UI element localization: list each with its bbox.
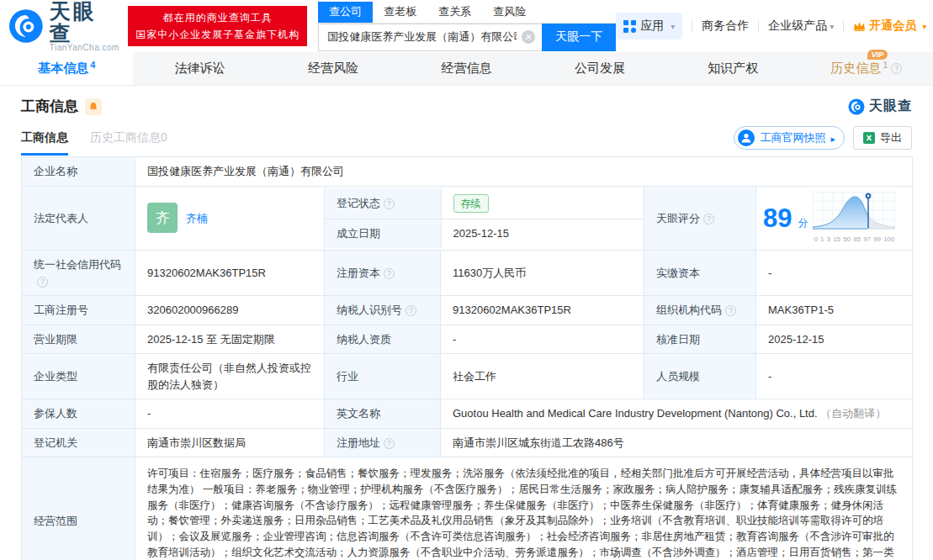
divider xyxy=(758,20,759,32)
reg-address-label: 注册地址 xyxy=(325,428,441,457)
export-label: 导出 xyxy=(880,130,902,145)
vip-badge: VIP xyxy=(867,50,888,60)
logo-domain: TianYanCha.com xyxy=(50,44,119,53)
business-info-table: 企业名称 国投健康医养产业发展（南通）有限公司 法定代表人 齐 齐楠 登记状态 … xyxy=(21,156,913,560)
approval-date-value: 2025-12-15 xyxy=(756,325,913,354)
taxpayer-quality-value: - xyxy=(441,325,644,354)
table-row: 登记机关 南通市崇川区数据局 注册地址 南通市崇川区城东街道工农路486号 xyxy=(22,428,913,457)
search-tab-boss[interactable]: 查老板 xyxy=(373,2,427,23)
vip-upgrade-link[interactable]: 开通会员 xyxy=(853,18,926,34)
help-icon[interactable] xyxy=(891,63,902,74)
snapshot-person-icon xyxy=(738,129,755,146)
help-icon[interactable] xyxy=(406,305,416,316)
watermark-logo: 天眼查 xyxy=(848,98,912,115)
search-tab-relation[interactable]: 查关系 xyxy=(427,2,482,23)
legal-rep-cell: 齐 齐楠 xyxy=(135,186,325,251)
search-tab-risk[interactable]: 查风险 xyxy=(482,2,537,23)
tab-history-info[interactable]: 历史信息 VIP 1 xyxy=(800,52,933,85)
subtab-history-business-info[interactable]: 历史工商信息0 xyxy=(90,130,167,156)
search-area: 查公司 查老板 查关系 查风险 天眼一下 xyxy=(318,2,616,51)
tianyancha-logo-icon xyxy=(848,98,865,115)
search-button[interactable]: 天眼一下 xyxy=(542,24,616,51)
help-icon[interactable] xyxy=(384,268,395,279)
score-chart-tick: 1 xyxy=(820,235,824,245)
reg-number-label: 工商注册号 xyxy=(22,296,135,325)
score-value: 89 xyxy=(763,205,792,231)
company-nav-tabs: 基本信息 4 法律诉讼 经营风险 经营信息 公司发展 知识产权 历史信息 VIP… xyxy=(0,52,933,86)
reg-authority-label: 登记机关 xyxy=(22,428,135,457)
tab-label: 经营信息 xyxy=(441,61,491,77)
reg-authority-value: 南通市崇川区数据局 xyxy=(135,428,325,457)
business-term-value: 2025-12-15 至 无固定期限 xyxy=(135,325,325,354)
logo-title: 天眼查 xyxy=(50,0,119,44)
help-icon[interactable] xyxy=(703,214,714,225)
table-row: 法定代表人 齐 齐楠 登记状态 存续 成立日期 2025-12-1 xyxy=(22,186,913,251)
alarm-bell-icon xyxy=(88,102,98,112)
credit-code-label: 统一社会信用代码 xyxy=(22,251,135,296)
tab-basic-info[interactable]: 基本信息 4 xyxy=(0,52,133,85)
table-row: 工商注册号 320602000966289 纳税人识别号 91320602MAK… xyxy=(22,296,913,325)
score-chart-ticks: 0131550859799100 xyxy=(813,235,895,245)
help-icon[interactable] xyxy=(384,438,395,449)
tianyancha-logo[interactable]: 天眼查 TianYanCha.com xyxy=(8,0,119,53)
credit-code-value: 91320602MAK36TP15R xyxy=(135,251,325,296)
vip-label: 开通会员 xyxy=(869,18,916,34)
legal-rep-avatar: 齐 xyxy=(147,203,178,233)
tab-label: 法律诉讼 xyxy=(175,61,225,77)
help-icon[interactable] xyxy=(37,277,48,288)
tab-operating-info[interactable]: 经营信息 xyxy=(400,52,533,85)
tab-legal-litigation[interactable]: 法律诉讼 xyxy=(133,52,266,85)
clear-icon[interactable] xyxy=(522,30,535,44)
score-chart-tick: 97 xyxy=(863,235,871,245)
table-row: 营业期限 2025-12-15 至 无固定期限 纳税人资质 - 核准日期 202… xyxy=(22,325,913,354)
legal-rep-link[interactable]: 齐楠 xyxy=(186,210,208,227)
taxpayer-id-value: 91320602MAK36TP15R xyxy=(441,296,644,325)
monitor-bell-chip[interactable] xyxy=(85,98,102,115)
reg-status-value: 存续 xyxy=(441,188,644,219)
tianyancha-logo-icon xyxy=(8,8,44,44)
divider xyxy=(843,20,844,32)
official-snapshot-button[interactable]: 工商官网快照 xyxy=(734,126,845,150)
export-button[interactable]: 导出 xyxy=(853,126,912,150)
slogan-line2: 国家中小企业发展子基金旗下机构 xyxy=(135,26,300,43)
org-code-label: 组织机构代码 xyxy=(644,296,756,325)
cooperation-link[interactable]: 商务合作 xyxy=(702,18,749,34)
search-tab-company[interactable]: 查公司 xyxy=(318,2,373,23)
tab-label: 公司发展 xyxy=(575,61,625,77)
insured-count-value: - xyxy=(135,399,325,429)
tab-count: 4 xyxy=(90,60,95,70)
paid-capital-label: 实缴资本 xyxy=(644,251,756,296)
reg-address-value: 南通市崇川区城东街道工农路486号 xyxy=(441,428,913,457)
table-row: 参保人数 - 英文名称 Guotou Health and Medical Ca… xyxy=(22,399,913,429)
slogan-line1: 都在用的商业查询工具 xyxy=(135,9,300,26)
tab-intellectual-property[interactable]: 知识产权 xyxy=(666,52,799,85)
search-input[interactable] xyxy=(318,24,542,51)
company-name-value: 国投健康医养产业发展（南通）有限公司 xyxy=(135,157,913,187)
subtab-business-info[interactable]: 工商信息 xyxy=(21,130,68,156)
staff-size-value: - xyxy=(756,354,913,399)
score-chart-tick: 50 xyxy=(843,235,851,245)
help-icon[interactable] xyxy=(384,198,395,209)
search-tabs: 查公司 查老板 查关系 查风险 xyxy=(318,2,616,24)
divider xyxy=(692,20,692,32)
score-cell: 89 分 xyxy=(756,186,913,251)
taxpayer-quality-label: 纳税人资质 xyxy=(325,325,441,354)
table-row: 统一社会信用代码 91320602MAK36TP15R 注册资本 11630万人… xyxy=(22,251,913,296)
tab-label: 历史信息 xyxy=(830,61,881,77)
help-icon[interactable] xyxy=(725,305,736,316)
company-type-label: 企业类型 xyxy=(22,354,135,399)
tab-operating-risk[interactable]: 经营风险 xyxy=(267,52,400,85)
apps-menu[interactable]: 应用 xyxy=(616,13,682,40)
industry-value: 社会工作 xyxy=(441,354,644,399)
subtab-row: 工商信息 历史工商信息0 工商官网快照 导出 xyxy=(0,116,933,156)
company-type-value: 有限责任公司（非自然人投资或控股的法人独资） xyxy=(135,354,325,399)
score-label-cell: 天眼评分 xyxy=(644,186,756,251)
tab-company-development[interactable]: 公司发展 xyxy=(533,52,666,85)
reg-capital-value: 11630万人民币 xyxy=(441,251,644,296)
insured-count-label: 参保人数 xyxy=(22,399,135,429)
enterprise-products-menu[interactable]: 企业级产品 xyxy=(768,18,834,34)
status-date-cell: 登记状态 存续 成立日期 2025-12-15 xyxy=(325,186,644,251)
score-distribution-chart: 0131550859799100 xyxy=(813,192,895,246)
auto-translate-note: （自动翻译） xyxy=(820,407,886,420)
industry-label: 行业 xyxy=(325,354,441,399)
